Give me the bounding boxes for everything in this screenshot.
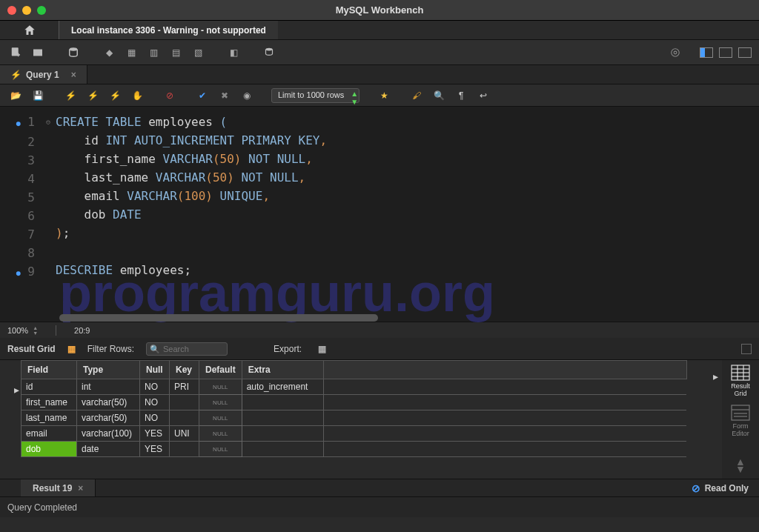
open-file-icon[interactable]: 📂: [7, 87, 24, 104]
svg-rect-11: [732, 405, 749, 420]
result-grid[interactable]: FieldTypeNullKeyDefaultExtraidintNOPRINU…: [21, 360, 709, 479]
status-bar: Query Completed: [0, 496, 759, 517]
execute-current-icon[interactable]: ⚡: [84, 87, 101, 104]
svg-point-3: [672, 48, 680, 56]
query-tab[interactable]: ⚡ Query 1 ×: [0, 65, 87, 84]
grid-view-icon[interactable]: ▦: [67, 344, 76, 354]
query-toolbar: 📂 💾 ⚡ ⚡ ⚡ ✋ ⊘ ✔ ✖ ◉ Limit to 1000 rows ▲…: [0, 84, 759, 107]
mode-grid[interactable]: Result Grid: [731, 365, 750, 397]
dash-icon[interactable]: ◧: [225, 44, 242, 61]
chevron-right-icon[interactable]: ▸: [713, 370, 718, 382]
open-sql-icon[interactable]: [30, 44, 46, 61]
save-icon[interactable]: 💾: [30, 87, 46, 104]
titlebar: MySQL Workbench: [0, 0, 759, 21]
toggle-sidebar-icon[interactable]: [700, 47, 713, 58]
nocommit-icon[interactable]: ⊘: [162, 87, 178, 104]
svg-point-1: [70, 47, 78, 51]
svg-point-2: [266, 47, 273, 50]
result-header: Result Grid ▦ Filter Rows: 🔍 Export: ▦: [0, 338, 759, 360]
toggle-output-icon[interactable]: [719, 47, 732, 58]
result-tabs: Result 19 × ⊘ Read Only: [0, 479, 759, 496]
db2-icon[interactable]: ▦: [123, 44, 139, 61]
invisible-icon[interactable]: ¶: [453, 87, 469, 104]
filter-label: Filter Rows:: [87, 344, 134, 354]
export-label: Export:: [274, 344, 302, 354]
info-icon: ⊘: [692, 482, 700, 494]
chevron-right-icon[interactable]: ▸: [14, 384, 19, 396]
cursor-position: 20:9: [74, 326, 90, 335]
find-icon[interactable]: 🔍: [431, 87, 447, 104]
mode-form[interactable]: Form Editor: [731, 405, 750, 437]
close-tab-icon[interactable]: ×: [71, 70, 76, 80]
horizontal-scrollbar[interactable]: [59, 314, 378, 322]
stop-icon[interactable]: ✋: [129, 87, 145, 104]
result-side-strip: ▸: [709, 360, 722, 479]
schema-icon[interactable]: [65, 44, 82, 61]
refresh-db-icon[interactable]: [261, 44, 277, 61]
fold-column[interactable]: ⊖: [41, 107, 56, 322]
new-query-icon[interactable]: [7, 44, 24, 61]
readonly-indicator: ⊘ Read Only: [681, 479, 759, 496]
limit-select[interactable]: Limit to 1000 rows ▲▼: [271, 88, 359, 103]
gear-icon[interactable]: [667, 44, 683, 61]
result-grid-label: Result Grid: [7, 344, 56, 354]
status-text: Query Completed: [7, 502, 77, 513]
commit-icon[interactable]: ✔: [194, 87, 211, 104]
execute-icon[interactable]: ⚡: [62, 87, 79, 104]
panel-toggle-icon[interactable]: [741, 344, 752, 354]
zoom-level[interactable]: 100% ▲▼: [7, 325, 38, 336]
scroll-modes-icon[interactable]: ▲▼: [735, 458, 746, 473]
connection-tab[interactable]: Local instance 3306 - Warning - not supp…: [59, 21, 278, 39]
lightning-icon: ⚡: [10, 70, 21, 80]
close-result-icon[interactable]: ×: [78, 483, 83, 493]
db4-icon[interactable]: ▤: [168, 44, 184, 61]
export-icon[interactable]: ▦: [314, 341, 330, 357]
explain-icon[interactable]: ⚡: [107, 87, 123, 104]
home-tab[interactable]: [0, 21, 59, 39]
row-selector-column: ▸: [0, 360, 21, 479]
result-mode-panel: Result GridForm Editor▲▼: [722, 360, 759, 479]
favorite-icon[interactable]: ★: [376, 87, 392, 104]
db3-icon[interactable]: ▥: [145, 44, 162, 61]
db1-icon[interactable]: ◆: [101, 44, 117, 61]
svg-point-4: [674, 51, 677, 54]
query-tabs: ⚡ Query 1 ×: [0, 65, 759, 84]
main-toolbar: ◆ ▦ ▥ ▤ ▧ ◧: [0, 40, 759, 65]
connection-tabs: Local instance 3306 - Warning - not supp…: [0, 21, 759, 40]
sql-editor[interactable]: ● 12345678● 9 ⊖ CREATE TABLE employees (…: [0, 107, 759, 322]
rollback-icon[interactable]: ✖: [216, 87, 233, 104]
toggle-secondary-icon[interactable]: [738, 47, 752, 58]
autocommit-icon[interactable]: ◉: [239, 87, 255, 104]
line-gutter: ● 12345678● 9: [0, 107, 41, 322]
wrap-icon[interactable]: ↩: [475, 87, 491, 104]
editor-statusbar: 100% ▲▼ 20:9: [0, 322, 759, 338]
result-tab[interactable]: Result 19 ×: [21, 479, 96, 496]
search-icon: 🔍: [150, 345, 160, 354]
db5-icon[interactable]: ▧: [190, 44, 206, 61]
app-title: MySQL Workbench: [0, 4, 759, 16]
beautify-icon[interactable]: 🖌: [408, 87, 425, 104]
